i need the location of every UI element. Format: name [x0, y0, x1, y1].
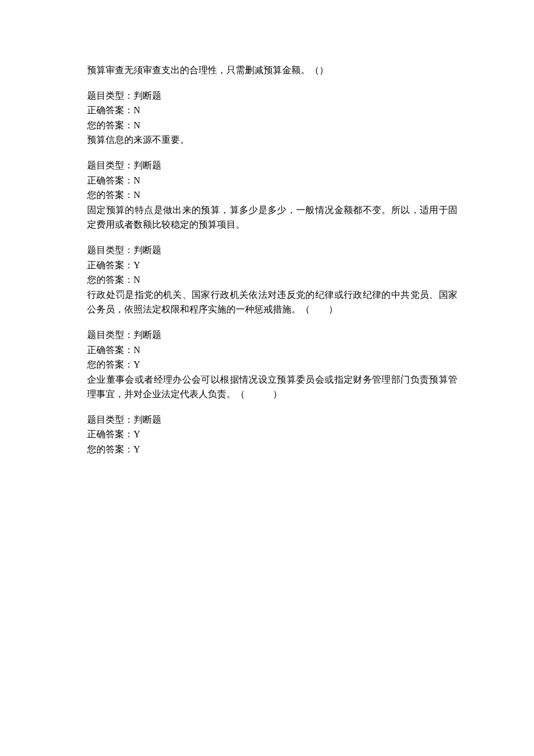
yours-label: 您的答案：: [87, 120, 134, 130]
type-line: 题目类型：判断题: [87, 412, 457, 427]
yours-label: 您的答案：: [87, 275, 134, 285]
correct-line: 正确答案：Y: [87, 427, 457, 442]
yours-line: 您的答案：N: [87, 188, 457, 203]
type-value: 判断题: [134, 160, 161, 170]
answer-block: 题目类型：判断题 正确答案：Y 您的答案：N 行政处罚是指党的机关、国家行政机关…: [87, 243, 457, 317]
type-line: 题目类型：判断题: [87, 158, 457, 173]
type-value: 判断题: [134, 415, 161, 424]
next-prompt: 企业董事会或者经理办公会可以根据情况设立预算委员会或指定财务管理部门负责预算管理…: [87, 372, 457, 402]
correct-label: 正确答案：: [87, 429, 134, 439]
yours-label: 您的答案：: [87, 190, 134, 200]
type-value: 判断题: [134, 330, 161, 340]
type-line: 题目类型：判断题: [87, 243, 457, 258]
yours-line: 您的答案：Y: [87, 357, 457, 372]
correct-value: N: [134, 105, 140, 115]
correct-line: 正确答案：N: [87, 343, 457, 358]
answer-block: 题目类型：判断题 正确答案：Y 您的答案：Y: [87, 412, 457, 457]
yours-line: 您的答案：Y: [87, 442, 457, 457]
question-prompt: 预算审查无须审查支出的合理性，只需删减预算金额。（）: [87, 63, 457, 78]
correct-value: N: [134, 345, 140, 355]
yours-value: N: [134, 120, 140, 130]
correct-value: Y: [134, 429, 140, 439]
type-line: 题目类型：判断题: [87, 327, 457, 343]
yours-value: N: [134, 275, 140, 285]
yours-line: 您的答案：N: [87, 118, 457, 133]
yours-value: Y: [134, 359, 140, 369]
correct-label: 正确答案：: [87, 260, 134, 270]
yours-value: Y: [134, 444, 140, 454]
type-label: 题目类型：: [87, 245, 134, 255]
correct-line: 正确答案：Y: [87, 258, 457, 273]
correct-label: 正确答案：: [87, 175, 134, 185]
type-label: 题目类型：: [87, 330, 134, 340]
next-prompt: 固定预算的特点是做出来的预算，算多少是多少，一般情况金额都不变。所以，适用于固定…: [87, 203, 457, 232]
type-line: 题目类型：判断题: [87, 88, 457, 103]
answer-block: 题目类型：判断题 正确答案：N 您的答案：N 预算信息的来源不重要。: [87, 88, 457, 147]
correct-label: 正确答案：: [87, 345, 134, 355]
yours-label: 您的答案：: [87, 444, 134, 454]
yours-label: 您的答案：: [87, 359, 134, 369]
answer-block: 题目类型：判断题 正确答案：N 您的答案：Y 企业董事会或者经理办公会可以根据情…: [87, 327, 457, 402]
document-page: 预算审查无须审查支出的合理性，只需删减预算金额。（） 题目类型：判断题 正确答案…: [0, 0, 534, 756]
correct-value: Y: [134, 260, 140, 270]
next-prompt: 行政处罚是指党的机关、国家行政机关依法对违反党的纪律或行政纪律的中共党员、国家公…: [87, 287, 457, 317]
question-block: 预算审查无须审查支出的合理性，只需删减预算金额。（）: [87, 63, 457, 78]
next-prompt: 预算信息的来源不重要。: [87, 132, 457, 147]
yours-line: 您的答案：N: [87, 272, 457, 287]
correct-value: N: [134, 175, 140, 185]
answer-block: 题目类型：判断题 正确答案：N 您的答案：N 固定预算的特点是做出来的预算，算多…: [87, 158, 457, 232]
type-label: 题目类型：: [87, 160, 134, 170]
correct-line: 正确答案：N: [87, 173, 457, 188]
type-label: 题目类型：: [87, 415, 134, 424]
type-label: 题目类型：: [87, 91, 134, 100]
type-value: 判断题: [134, 91, 161, 100]
yours-value: N: [134, 190, 140, 200]
correct-label: 正确答案：: [87, 105, 134, 115]
correct-line: 正确答案：N: [87, 103, 457, 118]
type-value: 判断题: [134, 245, 161, 255]
